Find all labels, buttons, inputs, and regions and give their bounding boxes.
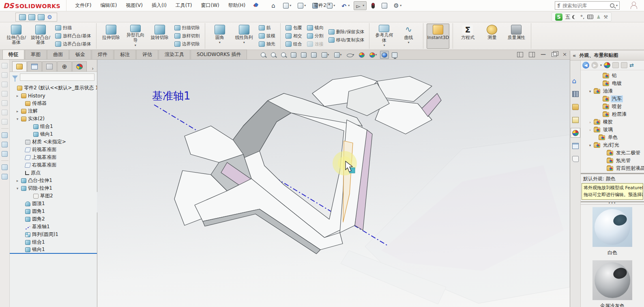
measure-button[interactable]: 测量 bbox=[481, 24, 503, 49]
tree-item[interactable]: 上视基准面 bbox=[10, 154, 97, 161]
tab-custom-properties[interactable] bbox=[571, 141, 580, 151]
tab-dimxpert[interactable]: ⊕ bbox=[57, 61, 72, 71]
wrap-button[interactable]: 包覆 bbox=[284, 24, 304, 31]
linear-pattern-button[interactable]: 线性阵列 bbox=[233, 24, 255, 49]
menu-item[interactable]: 文件(F) bbox=[71, 0, 96, 11]
status-indicator-button[interactable] bbox=[368, 1, 378, 10]
tab-feature-tree[interactable] bbox=[12, 61, 27, 71]
appearance-category-item[interactable]: ▾光/灯光 bbox=[581, 141, 644, 149]
move-copy-body-button[interactable]: 移动/复制实体 bbox=[327, 37, 366, 43]
tree-item[interactable]: 圆顶1 bbox=[10, 200, 97, 208]
tree-item[interactable]: 基准轴1 bbox=[10, 223, 97, 231]
settings-gear-icon[interactable]: ⚙ bbox=[47, 14, 54, 20]
model-canvas[interactable]: 基准轴1 bbox=[97, 60, 570, 307]
draft-button[interactable]: 拔模 bbox=[257, 32, 277, 39]
tree-item[interactable]: 镜向1 bbox=[10, 130, 97, 138]
menu-item[interactable]: 编辑(E) bbox=[96, 0, 121, 11]
graphics-viewport[interactable]: 基准轴1 bbox=[97, 60, 570, 307]
zoom-area-button[interactable] bbox=[269, 51, 278, 59]
view-settings-button[interactable] bbox=[380, 51, 389, 59]
layers-alt-icon[interactable] bbox=[2, 174, 8, 179]
tab-file-explorer[interactable] bbox=[571, 102, 580, 112]
menu-item[interactable]: 工具(T) bbox=[171, 0, 197, 11]
appearance-category-item[interactable]: 单色 bbox=[581, 134, 644, 141]
tree-item[interactable]: 组合1 bbox=[10, 123, 97, 130]
search-dropdown-icon[interactable]: ▾ bbox=[616, 4, 618, 7]
lofted-boss-button[interactable]: 放样凸台/基体 bbox=[54, 32, 93, 39]
tree-item[interactable]: 传感器 bbox=[10, 99, 97, 107]
open-button[interactable] bbox=[295, 1, 308, 10]
print-button[interactable] bbox=[324, 1, 337, 10]
swatch-preview[interactable] bbox=[592, 260, 632, 300]
sketch-entity-icon[interactable] bbox=[2, 142, 8, 147]
lofted-cut-button[interactable]: 放样切割 bbox=[173, 32, 202, 39]
revolved-boss-button[interactable]: 旋转凸台/基体 bbox=[29, 24, 52, 49]
command-tab[interactable]: 评估 bbox=[136, 50, 158, 59]
zoom-in-out-button[interactable] bbox=[279, 51, 288, 59]
ime-wrench-icon[interactable]: ⚒ bbox=[603, 14, 608, 20]
minimize-button[interactable]: — bbox=[541, 51, 546, 58]
apply-scene-button[interactable] bbox=[367, 51, 379, 59]
extruded-cut-button[interactable]: 拉伸切除 bbox=[100, 24, 122, 49]
menu-item[interactable]: 帮助(H) bbox=[224, 0, 250, 11]
tree-item[interactable]: 圆角2 bbox=[10, 215, 97, 223]
appearance-category-item[interactable]: 氖光管 bbox=[581, 157, 644, 164]
tree-item[interactable]: 镜向1 bbox=[10, 246, 97, 254]
tab-appearances[interactable] bbox=[571, 128, 580, 138]
save-button[interactable] bbox=[310, 1, 323, 10]
close-button[interactable]: × bbox=[562, 51, 567, 58]
edit-appearance-button[interactable] bbox=[357, 51, 366, 59]
previous-view-button[interactable] bbox=[289, 51, 298, 59]
new-document-button[interactable] bbox=[281, 1, 294, 10]
swept-boss-button[interactable]: 扫描 bbox=[54, 24, 93, 31]
options-button[interactable]: ⚙ bbox=[391, 1, 404, 10]
dynamic-annotation-button[interactable] bbox=[309, 51, 318, 59]
combine-button[interactable]: 组合 bbox=[284, 41, 304, 48]
boundary-cut-button[interactable]: 边界切除 bbox=[173, 41, 202, 48]
tree-item[interactable]: 草图2 bbox=[10, 192, 97, 200]
sketch-tool-icon-2[interactable] bbox=[28, 14, 35, 20]
boundary-boss-button[interactable]: 边界凸台/基体 bbox=[54, 41, 93, 48]
expander-icon[interactable]: ▸ bbox=[15, 94, 19, 98]
tree-item[interactable]: 原点 bbox=[10, 169, 97, 177]
appearance-category-item[interactable]: 铅 bbox=[581, 72, 644, 80]
tree-item[interactable]: ▾实体(2) bbox=[10, 115, 97, 123]
tab-solidworks-resources[interactable]: ⌂ bbox=[571, 76, 580, 86]
search-icon[interactable] bbox=[610, 3, 614, 8]
collapse-pane-icon[interactable]: « bbox=[573, 52, 576, 58]
undo-button[interactable]: ↶ bbox=[339, 1, 352, 10]
split-pane-left-icon[interactable] bbox=[517, 52, 523, 57]
hole-wizard-button[interactable]: 异型孔向导 bbox=[124, 24, 147, 49]
tree-item[interactable]: ▸History bbox=[10, 92, 97, 99]
home-button[interactable]: ⌂ bbox=[269, 1, 279, 10]
fillet-button[interactable]: 圆角 bbox=[208, 24, 231, 49]
appearance-category-item[interactable]: 发光二极管 bbox=[581, 149, 644, 157]
expander-icon[interactable]: ▾ bbox=[15, 117, 19, 121]
expander-icon[interactable]: ▾ bbox=[588, 89, 592, 93]
appearance-swatch[interactable]: 金属冷灰色 bbox=[581, 260, 644, 307]
ime-logo-icon[interactable]: S bbox=[555, 13, 562, 21]
tab-view-palette[interactable] bbox=[571, 115, 580, 125]
appearance-swatch[interactable]: 白色 bbox=[581, 207, 644, 256]
tree-item[interactable]: 右视基准面 bbox=[10, 161, 97, 169]
refresh-icon[interactable]: ⇄ bbox=[629, 62, 634, 68]
instant3d-button[interactable]: Instant3D bbox=[427, 24, 449, 49]
ime-keyboard-icon[interactable] bbox=[587, 15, 593, 19]
curves-button[interactable]: ∿曲线 bbox=[397, 24, 420, 49]
tree-filter-input[interactable] bbox=[20, 74, 94, 81]
tab-configuration-manager[interactable] bbox=[42, 61, 57, 71]
delete-keep-body-button[interactable]: 删除/保留实体 bbox=[327, 28, 366, 35]
mass-properties-button[interactable]: 质量属性 bbox=[505, 24, 528, 49]
command-tab[interactable]: 钣金 bbox=[69, 50, 91, 59]
command-tab[interactable]: 曲面 bbox=[47, 50, 69, 59]
display-monitor-icon[interactable] bbox=[2, 151, 8, 157]
expander-icon[interactable]: ▸ bbox=[15, 179, 19, 183]
menu-item[interactable]: 窗口(W) bbox=[197, 0, 224, 11]
appearance-sphere-icon[interactable] bbox=[604, 62, 610, 68]
appearance-category-item[interactable]: 背后照射液晶显 bbox=[581, 164, 644, 172]
tab-display-manager[interactable] bbox=[72, 61, 87, 71]
appearance-category-item[interactable]: 电镀 bbox=[581, 80, 644, 87]
expander-icon[interactable]: ▾ bbox=[15, 186, 19, 190]
layers-icon[interactable] bbox=[2, 164, 8, 170]
select-tool-icon[interactable] bbox=[2, 132, 8, 138]
